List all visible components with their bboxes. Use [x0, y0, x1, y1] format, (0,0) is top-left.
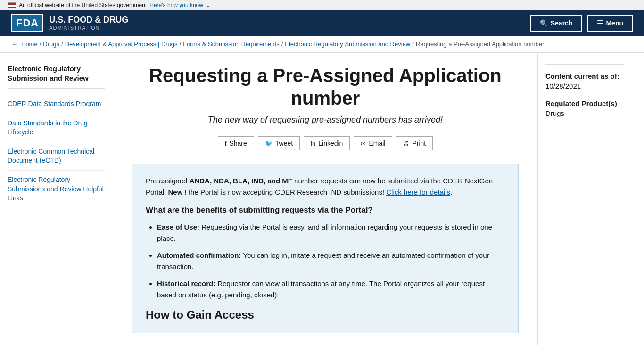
breadcrumb-current: Requesting a Pre-Assigned Application nu…	[416, 41, 544, 48]
bold-types: ANDA, NDA, BLA, IND, and MF	[190, 177, 292, 185]
breadcrumb-forms[interactable]: Forms & Submission Requirements	[183, 41, 279, 48]
page-wrapper: Electronic Regulatory Submission and Rev…	[0, 53, 644, 345]
gov-banner: An official website of the United States…	[0, 0, 644, 10]
benefit-automated: Automated confirmation: You can log in, …	[157, 250, 505, 272]
benefit-ease-bold: Ease of Use:	[157, 223, 199, 231]
search-label: Search	[551, 19, 573, 27]
right-sidebar: Content current as of: 10/28/2021 Regula…	[537, 53, 632, 345]
regulated-section: Regulated Product(s) Drugs	[545, 99, 624, 117]
page-title: Requesting a Pre-Assigned Application nu…	[132, 64, 519, 109]
main-content: Requesting a Pre-Assigned Application nu…	[113, 53, 537, 345]
tweet-label: Tweet	[275, 140, 293, 147]
fda-name: U.S. FOOD & DRUG ADMINISTRATION	[49, 15, 128, 32]
header-nav: 🔍 Search ☰ Menu	[530, 15, 633, 32]
linkedin-label: Linkedin	[318, 140, 343, 147]
share-twitter-button[interactable]: 🐦 Tweet	[258, 136, 300, 150]
content-box: Pre-assigned ANDA, NDA, BLA, IND, and MF…	[132, 164, 519, 333]
print-button[interactable]: 🖨 Print	[396, 136, 433, 150]
share-email-button[interactable]: ✉ Email	[354, 136, 392, 150]
share-facebook-button[interactable]: f Share	[218, 136, 254, 150]
email-icon: ✉	[361, 140, 366, 147]
benefit-ease: Ease of Use: Requesting via the Portal i…	[157, 222, 505, 244]
menu-icon: ☰	[597, 19, 603, 27]
agency-name: U.S. FOOD & DRUG	[49, 15, 128, 25]
intro-text-3: ! the Portal is now accepting CDER Resea…	[185, 188, 387, 196]
benefit-historical-bold: Historical record:	[157, 280, 215, 288]
sidebar-title: Electronic Regulatory Submission and Rev…	[8, 64, 105, 89]
share-linkedin-button[interactable]: in Linkedin	[304, 136, 350, 150]
access-heading: How to Gain Access	[146, 308, 505, 321]
fda-badge: FDA	[11, 14, 43, 32]
content-date-label: Content current as of:	[545, 72, 624, 80]
sidebar-nav: CDER Data Standards Program Data Standar…	[8, 95, 105, 208]
details-link[interactable]: Click here for details	[386, 188, 450, 196]
gov-banner-link[interactable]: Here's how you know	[149, 2, 203, 8]
print-icon: 🖨	[403, 140, 409, 147]
breadcrumb: ← Home / Drugs / Development & Approval …	[0, 36, 644, 53]
flag-icon	[8, 2, 16, 8]
share-label: Share	[229, 140, 247, 147]
search-button[interactable]: 🔍 Search	[530, 15, 582, 32]
site-header: FDA U.S. FOOD & DRUG ADMINISTRATION 🔍 Se…	[0, 10, 644, 36]
breadcrumb-sep-1: /	[40, 41, 41, 48]
breadcrumb-esr[interactable]: Electronic Regulatory Submission and Rev…	[285, 41, 410, 48]
meta-divider-top	[545, 64, 624, 65]
benefit-ease-text: Requesting via the Portal is easy, and a…	[157, 223, 492, 242]
breadcrumb-drugs[interactable]: Drugs	[43, 41, 59, 48]
breadcrumb-sep-4: /	[281, 41, 283, 48]
gov-banner-chevron: ⌄	[206, 2, 211, 8]
department-name: ADMINISTRATION	[49, 25, 128, 31]
sidebar-item-cder-data[interactable]: CDER Data Standards Program	[8, 95, 105, 114]
benefits-list: Ease of Use: Requesting via the Portal i…	[146, 222, 505, 301]
twitter-icon: 🐦	[265, 140, 272, 147]
intro-paragraph: Pre-assigned ANDA, NDA, BLA, IND, and MF…	[146, 175, 505, 198]
breadcrumb-sep-3: /	[180, 41, 182, 48]
sidebar-item-data-standards[interactable]: Data Standards in the Drug Lifecycle	[8, 114, 105, 142]
search-icon: 🔍	[540, 19, 548, 27]
home-arrow-icon: ←	[11, 41, 17, 48]
breadcrumb-dev[interactable]: Development & Approval Process | Drugs	[65, 41, 178, 48]
menu-button[interactable]: ☰ Menu	[587, 15, 633, 32]
content-date-section: Content current as of: 10/28/2021	[545, 72, 624, 90]
linkedin-icon: in	[311, 140, 315, 147]
breadcrumb-sep-2: /	[61, 41, 63, 48]
benefit-automated-bold: Automated confirmation:	[157, 251, 241, 259]
breadcrumb-home[interactable]: Home	[21, 41, 38, 48]
sidebar-item-ectd[interactable]: Electronic Common Technical Document (eC…	[8, 142, 105, 171]
new-bold: New	[168, 188, 183, 196]
page-subtitle: The new way of requesting pre-assigned n…	[132, 115, 519, 125]
benefit-historical: Historical record: Requestor can view al…	[157, 278, 505, 301]
left-sidebar: Electronic Regulatory Submission and Rev…	[0, 53, 113, 345]
facebook-icon: f	[225, 140, 227, 147]
email-label: Email	[369, 140, 385, 147]
menu-label: Menu	[606, 19, 623, 27]
share-bar: f Share 🐦 Tweet in Linkedin ✉ Email 🖨 Pr…	[132, 136, 519, 150]
gov-banner-text: An official website of the United States…	[19, 2, 147, 8]
sidebar-item-helpful-links[interactable]: Electronic Regulatory Submissions and Re…	[8, 171, 105, 208]
regulated-label: Regulated Product(s)	[545, 99, 624, 107]
content-date-value: 10/28/2021	[545, 82, 624, 90]
regulated-value: Drugs	[545, 109, 624, 117]
print-label: Print	[412, 140, 426, 147]
breadcrumb-sep-5: /	[412, 41, 414, 48]
benefits-heading: What are the benefits of submitting requ…	[146, 206, 505, 215]
fda-logo-link[interactable]: FDA U.S. FOOD & DRUG ADMINISTRATION	[11, 14, 128, 32]
